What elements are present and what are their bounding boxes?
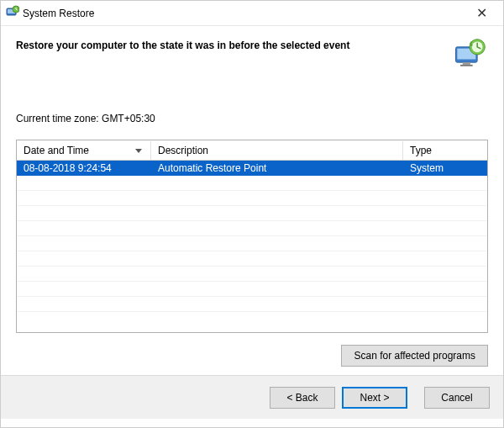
svg-rect-6 <box>460 65 473 66</box>
dialog-heading: Restore your computer to the state it wa… <box>16 36 451 51</box>
table-body: 08-08-2018 9:24:54 Automatic Restore Poi… <box>17 161 487 312</box>
dialog-header: Restore your computer to the state it wa… <box>1 26 503 82</box>
sort-descending-icon <box>135 149 142 153</box>
table-row-empty <box>17 221 487 236</box>
cell-datetime: 08-08-2018 9:24:54 <box>17 161 151 175</box>
restore-icon <box>6 5 19 21</box>
svg-rect-5 <box>463 62 470 65</box>
table-row-empty <box>17 206 487 221</box>
dialog-content: Current time zone: GMT+05:30 Date and Ti… <box>1 82 503 333</box>
scan-affected-programs-button[interactable]: Scan for affected programs <box>341 345 488 367</box>
title-bar: System Restore ✕ <box>1 1 503 26</box>
back-button[interactable]: < Back <box>270 387 335 409</box>
table-row-empty <box>17 251 487 267</box>
timezone-label: Current time zone: GMT+05:30 <box>16 113 488 124</box>
column-header-description-label: Description <box>158 145 208 156</box>
column-header-type[interactable]: Type <box>403 141 487 160</box>
restore-points-table[interactable]: Date and Time Description Type 08-08-201… <box>16 140 488 333</box>
table-row[interactable]: 08-08-2018 9:24:54 Automatic Restore Poi… <box>17 161 487 176</box>
column-header-type-label: Type <box>410 145 432 156</box>
table-row-empty <box>17 236 487 251</box>
column-header-datetime[interactable]: Date and Time <box>17 141 151 160</box>
cell-type: System <box>403 161 487 175</box>
scan-button-row: Scan for affected programs <box>1 333 503 375</box>
dialog-footer: < Back Next > Cancel <box>1 375 503 419</box>
table-row-empty <box>17 176 487 191</box>
column-header-datetime-label: Date and Time <box>24 145 89 156</box>
next-button[interactable]: Next > <box>342 387 407 409</box>
restore-monitor-clock-icon <box>451 36 488 76</box>
table-header: Date and Time Description Type <box>17 140 487 161</box>
table-row-empty <box>17 191 487 206</box>
table-row-empty <box>17 297 487 312</box>
column-header-description[interactable]: Description <box>151 141 403 160</box>
table-row-empty <box>17 282 487 297</box>
table-row-empty <box>17 267 487 282</box>
window-title: System Restore <box>19 8 465 19</box>
cell-description: Automatic Restore Point <box>151 161 403 175</box>
close-button[interactable]: ✕ <box>465 5 498 21</box>
cancel-button[interactable]: Cancel <box>424 387 490 409</box>
